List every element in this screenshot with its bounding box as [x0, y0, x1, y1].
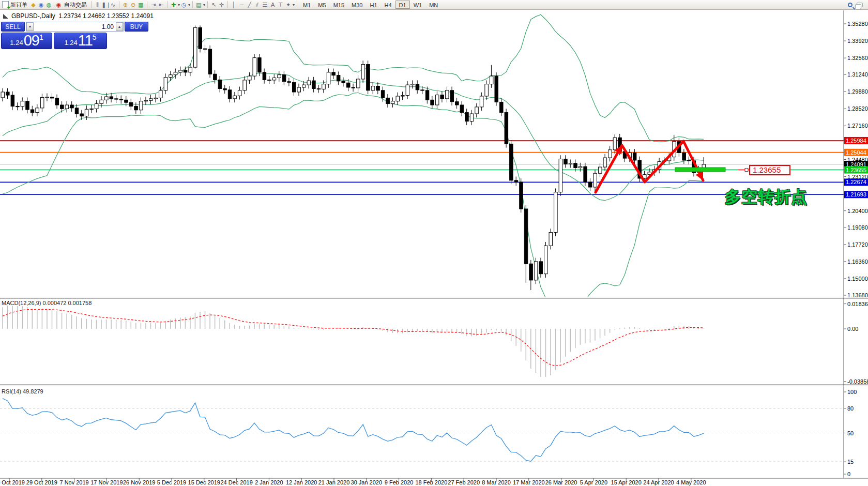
candle-body: [297, 87, 301, 92]
volume-increase-button[interactable]: ▲: [116, 22, 123, 31]
bar-chart-icon[interactable]: ⫼: [94, 1, 101, 9]
shapes-icon[interactable]: ✦: [284, 1, 292, 9]
vertical-line-icon[interactable]: │: [230, 1, 238, 9]
fibonacci-icon[interactable]: ☰: [261, 1, 269, 9]
candle-body: [218, 80, 222, 88]
zoom-out-icon[interactable]: ⊖: [129, 1, 137, 9]
candle-body: [352, 87, 355, 88]
dropdown-caret-icon[interactable]: ▾: [203, 3, 205, 7]
candle-body: [139, 101, 143, 110]
macd-layer: [3, 306, 704, 377]
candle-body: [421, 90, 424, 90]
zoom-in-icon[interactable]: ⊕: [121, 1, 129, 9]
toolbar-separator: [119, 1, 119, 8]
candle-body: [465, 113, 469, 122]
candle-body: [199, 27, 202, 49]
candle-body: [593, 173, 597, 187]
candle-body: [406, 85, 409, 95]
macd-indicator-label: MACD(12,26,9) 0.000472 0.001758: [2, 300, 92, 306]
candle-body: [282, 75, 286, 82]
candle-body: [371, 86, 375, 90]
candle-body: [164, 78, 167, 90]
horizontal-line-icon[interactable]: ─: [238, 1, 246, 9]
volume-input[interactable]: [34, 22, 116, 31]
chart-cursor-icon[interactable]: ◆: [29, 1, 37, 9]
candle-body: [520, 182, 523, 209]
timeframe-mn[interactable]: MN: [425, 1, 441, 9]
timeframe-m30[interactable]: M30: [348, 1, 366, 9]
add-indicator-icon[interactable]: ✚: [170, 1, 177, 9]
candle-body: [312, 81, 316, 88]
trendline-icon[interactable]: ╱: [246, 1, 253, 9]
candle-body: [302, 85, 306, 87]
templates-icon[interactable]: ▤: [195, 1, 203, 9]
timeframe-m15[interactable]: M15: [330, 1, 348, 9]
bollinger-band: [3, 93, 704, 308]
crosshair-icon[interactable]: ✛: [218, 1, 225, 9]
market-watch-icon[interactable]: ◉: [37, 1, 45, 9]
bollinger-band: [3, 73, 704, 200]
chart-corner-icon: [3, 14, 8, 19]
price-axis-label: 1.29880: [847, 88, 868, 95]
text-icon[interactable]: A: [269, 1, 277, 9]
chart-canvas[interactable]: 1.352801.339201.325601.312401.298801.285…: [0, 0, 868, 486]
volume-spinner: ▼ ▲: [26, 22, 124, 32]
search-icon[interactable]: [848, 3, 852, 7]
periods-icon[interactable]: ◷: [180, 1, 188, 9]
buy-button[interactable]: BUY: [125, 22, 148, 32]
price-tag-label: 1.25984: [846, 138, 866, 144]
signals-icon[interactable]: ◍: [45, 1, 53, 9]
candle-body: [480, 96, 483, 107]
candle-body: [105, 97, 109, 100]
buy-price-panel[interactable]: 1.24 11 5: [54, 33, 107, 49]
date-axis-label: 9 Feb 2020: [385, 479, 414, 485]
sell-price-panel[interactable]: 1.24 09 1: [1, 33, 52, 49]
candle-body: [347, 83, 351, 87]
timeframe-d1[interactable]: D1: [395, 1, 410, 9]
dropdown-caret-icon[interactable]: ▾: [188, 3, 190, 7]
cursor-icon[interactable]: ↖: [210, 1, 218, 9]
symbol-period-label: GBPUSD-,Daily: [11, 12, 55, 20]
date-axis-label: 21 Jan 2020: [318, 479, 350, 485]
candle-body: [440, 95, 444, 99]
channel-icon[interactable]: ⫽: [253, 1, 261, 9]
tile-windows-icon[interactable]: ▦: [137, 1, 145, 9]
candle-body: [85, 109, 88, 116]
auto-scroll-icon[interactable]: ⇥: [149, 1, 157, 9]
timeframe-h4[interactable]: H4: [381, 1, 395, 9]
volume-decrease-button[interactable]: ▼: [26, 22, 34, 31]
timeframe-m1[interactable]: M1: [299, 1, 314, 9]
chat-icon[interactable]: [857, 3, 863, 7]
text-label-icon[interactable]: ⊤: [277, 1, 284, 9]
candle-body: [60, 105, 64, 109]
candle-body: [223, 88, 227, 89]
timeframe-w1[interactable]: W1: [410, 1, 426, 9]
date-axis-label: 29 Oct 2019: [26, 479, 57, 485]
candle-body: [337, 75, 340, 81]
price-axis-label: 1.28520: [847, 105, 868, 112]
new-order-button[interactable]: + 新订单: [0, 1, 29, 9]
one-click-trading-panel: SELL ▼ ▲ BUY 1.24 09 1 1.24 11 5: [1, 22, 109, 49]
sell-price-pip: 1: [39, 34, 43, 40]
candle-body: [460, 105, 464, 113]
chart-shift-icon[interactable]: ⇤: [157, 1, 165, 9]
candle-body: [529, 264, 533, 280]
dropdown-caret-icon[interactable]: ▾: [293, 3, 295, 7]
auto-trading-button[interactable]: ◉ 自动交易: [53, 1, 89, 9]
candle-body: [544, 246, 548, 274]
macd-axis-label: 0.00: [847, 326, 858, 332]
candlestick-chart-icon[interactable]: ❚❘: [101, 1, 109, 9]
macd-axis-label: 0.018369: [847, 301, 868, 307]
ohlc-quote-label: 1.23734 1.24662 1.23552 1.24091: [58, 12, 154, 20]
sell-button[interactable]: SELL: [1, 22, 25, 32]
date-axis-label: 18 Feb 2020: [416, 479, 448, 485]
candle-body: [40, 97, 44, 108]
candle-body: [361, 65, 365, 79]
candle-body: [367, 65, 370, 90]
line-chart-icon[interactable]: ∿: [109, 1, 117, 9]
candle-body: [159, 90, 163, 98]
timeframe-h1[interactable]: H1: [366, 1, 380, 9]
price-tag-label: 1.23655: [846, 167, 866, 173]
timeframe-m5[interactable]: M5: [314, 1, 329, 9]
candle-body: [100, 100, 103, 103]
